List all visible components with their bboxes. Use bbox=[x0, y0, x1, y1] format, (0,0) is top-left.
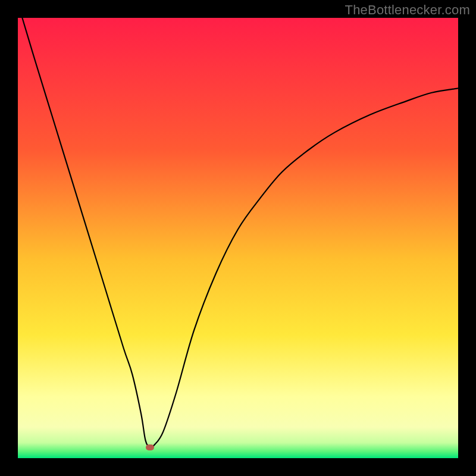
chart-frame: TheBottlenecker.com bbox=[0, 0, 476, 476]
bottleneck-curve bbox=[18, 18, 458, 458]
chart-plot-area bbox=[18, 18, 458, 458]
optimal-point-marker bbox=[146, 444, 154, 450]
watermark-label: TheBottlenecker.com bbox=[345, 2, 470, 18]
